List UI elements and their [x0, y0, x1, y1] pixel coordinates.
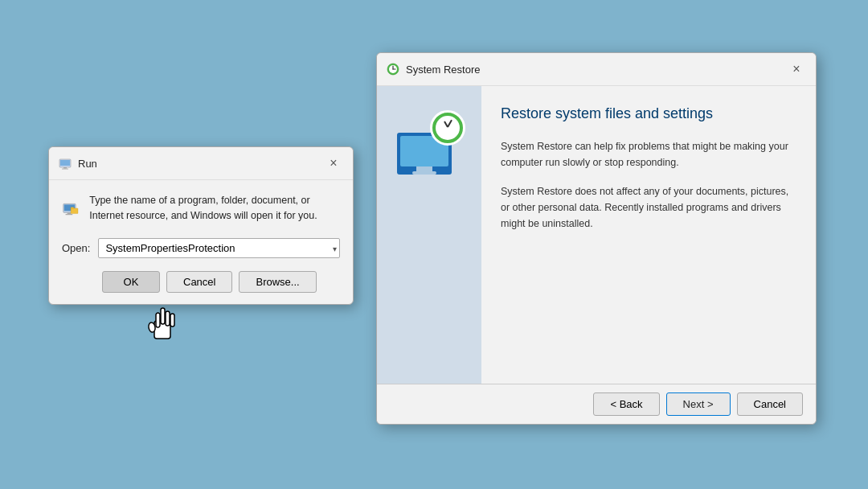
svg-point-15 — [148, 322, 156, 332]
sysrestore-title-text: System Restore — [406, 64, 480, 76]
sysrestore-titlebar-left: System Restore — [387, 63, 480, 76]
svg-rect-14 — [156, 313, 160, 327]
run-close-button[interactable]: × — [324, 154, 343, 173]
run-dialog-title: Run — [78, 158, 97, 170]
run-open-label: Open: — [62, 242, 90, 254]
run-input-wrapper: ▾ — [98, 238, 340, 258]
svg-rect-12 — [166, 311, 170, 326]
sysrestore-main-icon — [393, 110, 465, 183]
run-dialog: Run × Type the name of a program, folder… — [48, 146, 354, 305]
run-body-icon — [62, 193, 80, 225]
run-ok-button[interactable]: OK — [102, 271, 160, 293]
sysrestore-cancel-button[interactable]: Cancel — [737, 392, 803, 416]
run-buttons: OK Cancel Browse... — [89, 268, 353, 304]
sysrestore-right-panel: Restore system files and settings System… — [481, 86, 816, 384]
svg-rect-3 — [62, 169, 68, 170]
sysrestore-title-icon — [387, 63, 399, 76]
sysrestore-back-button[interactable]: < Back — [593, 392, 659, 416]
sysrestore-next-button[interactable]: Next > — [666, 392, 731, 416]
svg-rect-13 — [170, 314, 174, 327]
svg-rect-7 — [65, 214, 72, 215]
sysrestore-footer: < Back Next > Cancel — [377, 384, 816, 424]
svg-rect-8 — [71, 208, 78, 214]
svg-rect-2 — [63, 167, 67, 169]
run-titlebar: Run × — [49, 147, 353, 180]
cursor-hand-icon — [143, 302, 182, 350]
system-restore-dialog: System Restore × — [376, 52, 817, 425]
clock-face — [436, 116, 460, 140]
run-body-description: Type the name of a program, folder, docu… — [89, 193, 340, 224]
svg-rect-10 — [154, 321, 170, 339]
run-open-row: Open: ▾ — [49, 235, 353, 268]
run-body: Type the name of a program, folder, docu… — [49, 180, 353, 235]
run-browse-button[interactable]: Browse... — [239, 271, 316, 293]
run-dialog-icon — [59, 157, 72, 170]
run-cancel-button[interactable]: Cancel — [166, 271, 232, 293]
clock-minute-hand — [447, 120, 452, 128]
sysrestore-heading: Restore system files and settings — [501, 105, 796, 122]
sysrestore-close-button[interactable]: × — [787, 60, 806, 79]
sysrestore-content: Restore system files and settings System… — [377, 86, 816, 384]
svg-rect-6 — [68, 212, 71, 214]
run-titlebar-left: Run — [59, 157, 97, 170]
monitor-base — [412, 171, 436, 175]
run-input[interactable] — [98, 238, 340, 258]
hand-cursor — [143, 302, 182, 352]
sysrestore-titlebar: System Restore × — [377, 53, 816, 86]
sysrestore-left-panel — [377, 86, 481, 384]
sysrestore-description2: System Restore does not affect any of yo… — [501, 183, 796, 232]
sysrestore-description1: System Restore can help fix problems tha… — [501, 138, 796, 171]
clock-overlay — [430, 110, 465, 146]
svg-rect-1 — [60, 160, 70, 166]
svg-rect-11 — [161, 308, 165, 324]
svg-rect-9 — [71, 208, 74, 209]
